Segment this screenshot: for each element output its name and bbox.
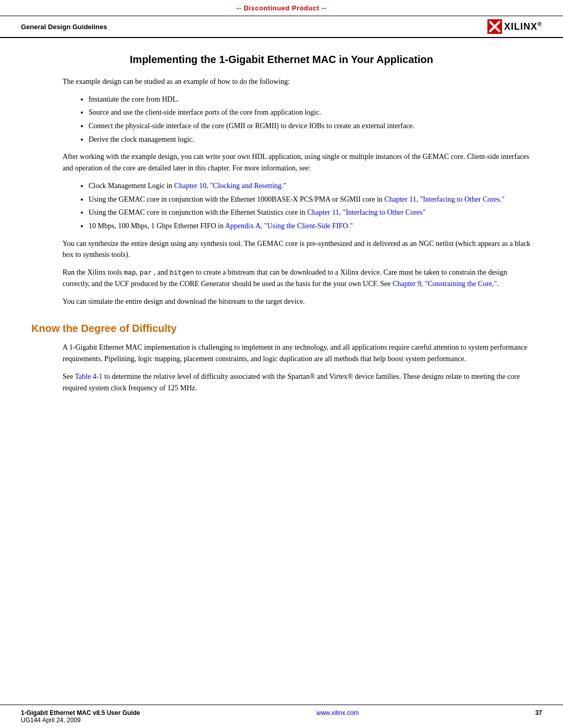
list-item: Connect the physical-side interface of t… [89, 120, 532, 132]
section1-para4: Run the Xilinx tools map, par , and bitg… [63, 267, 532, 290]
section2-para2: See Table 4-1 to determine the relative … [63, 371, 532, 393]
para4-code2: par [140, 269, 152, 277]
footer-url-link[interactable]: www.xilinx.com [316, 709, 359, 717]
main-content: Implementing the 1-Gigabit Ethernet MAC … [0, 38, 563, 705]
discontinued-text: -- Discontinued Product -- [237, 4, 327, 12]
footer-page-number: 37 [535, 709, 542, 717]
section1-bullets1: Instantiate the core from HDL. Source an… [89, 94, 532, 145]
list-item: Using the GEMAC core in conjunction with… [89, 194, 532, 205]
xilinx-x-icon [487, 19, 502, 34]
para4-comma: , [136, 268, 140, 276]
table41-link[interactable]: Table 4-1 [75, 373, 102, 380]
footer-left: 1-Gigabit Ethernet MAC v8.5 User Guide U… [21, 709, 140, 724]
para4-code1: map [124, 269, 136, 277]
section1-para2: After working with the example design, y… [63, 151, 532, 174]
chapter10-link[interactable]: Chapter 10, "Clocking and Resetting." [174, 182, 286, 190]
list-item: Instantiate the core from HDL. [89, 94, 532, 105]
chapter11-link-1[interactable]: Chapter 11, "Interfacing to Other Cores.… [384, 195, 505, 203]
footer-guide-title: 1-Gigabit Ethernet MAC v8.5 User Guide [21, 709, 140, 717]
footer: 1-Gigabit Ethernet MAC v8.5 User Guide U… [0, 705, 563, 728]
section1-para5: You can simulate the entire design and d… [63, 296, 532, 307]
bullet2-3-before: 10 Mbps, 100 Mbps, 1 Gbps Ethernet FIFO … [89, 222, 225, 230]
xilinx-logo: XILINX® [487, 19, 542, 34]
list-item: Using the GEMAC core in conjunction with… [89, 207, 532, 218]
para4-before: Run the Xilinx tools [63, 268, 124, 276]
appendix-a-link[interactable]: Appendix A, "Using the Client-Side FIFO.… [225, 222, 353, 230]
para2-after: to determine the relative level of diffi… [63, 373, 520, 392]
list-item: Derive the clock management logic. [89, 134, 532, 145]
para4-mid: , and [152, 268, 169, 276]
section1-title: Implementing the 1-Gigabit Ethernet MAC … [31, 54, 532, 66]
discontinued-banner: -- Discontinued Product -- [0, 0, 563, 16]
header-bar: General Design Guidelines XILINX® [0, 16, 563, 38]
section1-para3: You can synthesize the entire design usi… [63, 238, 532, 261]
section1-para1: The example design can be studied as an … [63, 76, 532, 88]
para4-code3: bitgen [169, 269, 194, 277]
footer-subtitle: UG144 April 24, 2009 [21, 717, 140, 724]
section1-body: The example design can be studied as an … [63, 76, 532, 307]
bullet2-1-before: Using the GEMAC core in conjunction with… [89, 195, 384, 203]
footer-center: www.xilinx.com [316, 709, 359, 717]
para4-end: . [497, 280, 499, 288]
section2-para1: A 1-Gigabit Ethernet MAC implementation … [63, 342, 532, 364]
section2-title: Know the Degree of Difficulty [31, 323, 532, 335]
xilinx-brand-text: XILINX® [504, 21, 542, 32]
section1-bullets2: Clock Management Logic in Chapter 10, "C… [89, 180, 532, 232]
bullet2-2-before: Using the GEMAC core in conjunction with… [89, 208, 307, 216]
list-item: 10 Mbps, 100 Mbps, 1 Gbps Ethernet FIFO … [89, 220, 532, 232]
header-section-title: General Design Guidelines [21, 23, 107, 31]
list-item: Source and use the client-side interface… [89, 107, 532, 118]
page: -- Discontinued Product -- General Desig… [0, 0, 563, 728]
chapter9-link[interactable]: Chapter 9, "Constraining the Core," [393, 280, 497, 288]
para2-before: See [63, 373, 75, 380]
bullet2-0-before: Clock Management Logic in [89, 182, 174, 190]
section2-body: A 1-Gigabit Ethernet MAC implementation … [63, 342, 532, 393]
list-item: Clock Management Logic in Chapter 10, "C… [89, 180, 532, 192]
chapter11-link-2[interactable]: Chapter 11, "Interfacing to Other Cores" [307, 208, 425, 216]
